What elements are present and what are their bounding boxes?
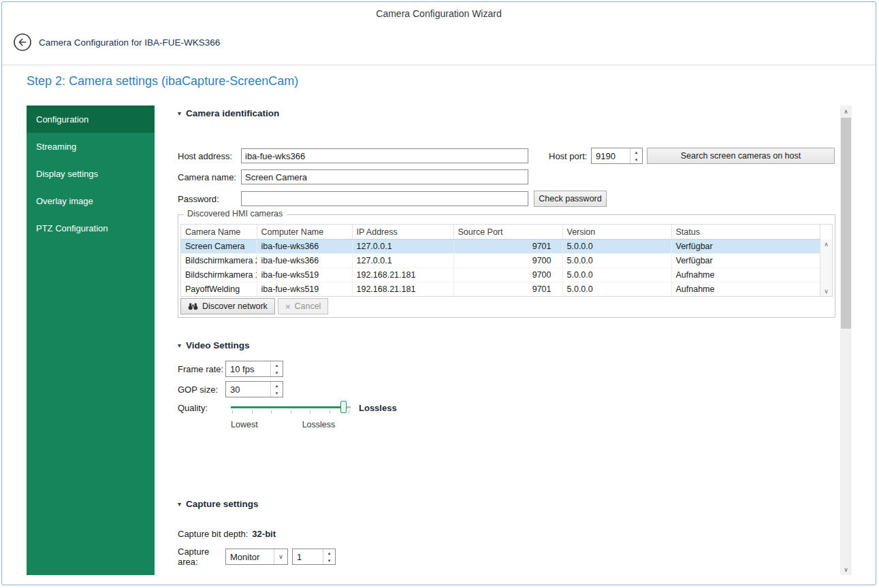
spinner-up-icon[interactable]: ▴	[271, 361, 283, 369]
cell-status: Aufnahme	[671, 282, 820, 297]
gop-size-row: GOP size: 30 ▴ ▾	[178, 381, 283, 397]
breadcrumb: Camera Configuration for IBA-FUE-WKS366	[39, 37, 220, 48]
section-header-video-settings[interactable]: ▾ Video Settings	[178, 340, 250, 350]
table-row[interactable]: Bildschirmkamera 2 iba-fue-wks366 127.0.…	[181, 254, 820, 268]
cell-ip-address: 127.0.0.1	[352, 240, 453, 254]
column-header-version[interactable]: Version	[562, 225, 671, 240]
column-header-source-port[interactable]: Source Port	[453, 225, 562, 240]
section-header-camera-identification[interactable]: ▾ Camera identification	[178, 108, 279, 118]
sidebar-item-label: Configuration	[36, 114, 89, 125]
column-header-status[interactable]: Status	[671, 225, 820, 240]
groupbox-legend: Discovered HMI cameras	[184, 209, 286, 218]
discovered-cameras-table-wrap: Camera Name Computer Name IP Address Sou…	[180, 224, 833, 297]
cell-status: Verfügbar	[671, 240, 820, 254]
search-screen-cameras-button[interactable]: Search screen cameras on host	[647, 148, 835, 164]
window-title: Camera Configuration Wizard	[376, 8, 501, 19]
sidebar-item-streaming[interactable]: Streaming	[27, 133, 155, 160]
cell-ip-address: 192.168.21.181	[352, 268, 453, 282]
dropdown-icon: ∨	[274, 549, 287, 564]
monitor-number-spinner[interactable]: 1 ▴ ▾	[292, 549, 336, 565]
spinner-down-icon[interactable]: ▾	[630, 156, 642, 163]
cell-source-port: 9700	[453, 254, 562, 268]
navigation-row: Camera Configuration for IBA-FUE-WKS366	[13, 33, 220, 52]
spinner-up-icon[interactable]: ▴	[271, 382, 283, 389]
gop-size-spinner[interactable]: 30 ▴ ▾	[225, 381, 283, 397]
cell-source-port: 9701	[453, 240, 562, 254]
discovered-cameras-groupbox: Discovered HMI cameras Camera Name Compu…	[178, 214, 835, 318]
quality-max-label: Lossless	[298, 420, 340, 429]
section-title: Capture settings	[186, 499, 259, 509]
scroll-up-icon[interactable]: ∧	[820, 240, 832, 249]
scroll-down-icon[interactable]: ∨	[840, 564, 852, 575]
bit-depth-value: 32-bit	[252, 529, 276, 539]
collapse-icon[interactable]: ▾	[178, 500, 181, 508]
header-divider	[2, 65, 876, 65]
capture-area-label: Capture area:	[178, 546, 225, 567]
quality-min-label: Lowest	[231, 420, 258, 429]
cell-camera-name: Bildschirmkamera 2	[181, 254, 257, 268]
scroll-up-icon[interactable]: ∧	[840, 105, 852, 117]
frame-rate-spinner[interactable]: 10 fps ▴ ▾	[225, 361, 283, 377]
frame-rate-label: Frame rate:	[178, 364, 225, 374]
spinner-down-icon[interactable]: ▾	[271, 389, 283, 397]
column-header-ip-address[interactable]: IP Address	[352, 225, 453, 240]
sidebar-item-label: Display settings	[36, 169, 98, 179]
cell-version: 5.0.0.0	[562, 268, 671, 282]
table-row[interactable]: Bildschirmkamera 1 iba-fue-wks519 192.16…	[181, 268, 820, 282]
sidebar-item-overlay-image[interactable]: Overlay image	[27, 187, 155, 214]
spinner-down-icon[interactable]: ▾	[323, 557, 335, 564]
column-header-camera-name[interactable]: Camera Name	[181, 225, 257, 240]
capture-area-select[interactable]: Monitor ∨	[225, 549, 288, 565]
cell-computer-name: iba-fue-wks366	[257, 254, 352, 268]
cell-computer-name: iba-fue-wks366	[257, 240, 352, 254]
quality-label: Quality:	[178, 403, 231, 413]
frame-rate-row: Frame rate: 10 fps ▴ ▾	[178, 361, 283, 377]
cell-source-port: 9700	[453, 268, 562, 282]
back-button[interactable]	[13, 33, 32, 52]
cell-ip-address: 192.168.21.181	[352, 282, 453, 297]
host-port-spinner[interactable]: 9190 ▴ ▾	[591, 148, 643, 164]
scroll-down-icon[interactable]: ∨	[820, 287, 832, 296]
section-title: Video Settings	[186, 340, 250, 350]
sidebar-item-ptz-configuration[interactable]: PTZ Configuration	[27, 214, 155, 242]
table-row[interactable]: PayoffWelding iba-fue-wks519 192.168.21.…	[181, 282, 820, 297]
host-port-label: Host port:	[549, 151, 591, 161]
collapse-icon[interactable]: ▾	[178, 342, 181, 349]
column-header-computer-name[interactable]: Computer Name	[257, 225, 352, 240]
spinner-up-icon[interactable]: ▴	[630, 148, 642, 156]
cell-status: Verfügbar	[671, 254, 820, 268]
cell-version: 5.0.0.0	[562, 240, 671, 254]
password-row: Password: Check password	[178, 191, 607, 207]
spinner-down-icon[interactable]: ▾	[271, 369, 283, 376]
gop-size-label: GOP size:	[178, 385, 225, 395]
spinner-up-icon[interactable]: ▴	[323, 549, 335, 557]
cancel-button[interactable]: × Cancel	[278, 298, 329, 314]
camera-name-label: Camera name:	[178, 172, 241, 182]
password-input[interactable]	[241, 191, 528, 206]
table-scrollbar[interactable]: ∧ ∨	[820, 240, 832, 296]
quality-value: Lossless	[359, 403, 397, 413]
scrollbar-thumb[interactable]	[841, 118, 851, 329]
camera-name-input[interactable]	[241, 169, 528, 184]
quality-slider[interactable]	[231, 400, 351, 415]
capture-area-row: Capture area: Monitor ∨ 1 ▴ ▾	[178, 546, 336, 567]
cell-status: Aufnahme	[671, 268, 820, 282]
discover-network-button[interactable]: Discover network	[180, 298, 275, 314]
table-row[interactable]: Screen Camera iba-fue-wks366 127.0.0.1 9…	[181, 240, 820, 254]
collapse-icon[interactable]: ▾	[178, 110, 181, 117]
sidebar: Configuration Streaming Display settings…	[27, 105, 155, 575]
cell-camera-name: Bildschirmkamera 1	[181, 268, 257, 282]
main-scrollbar[interactable]: ∧ ∨	[840, 105, 852, 575]
sidebar-item-configuration[interactable]: Configuration	[27, 105, 155, 133]
check-password-button[interactable]: Check password	[534, 191, 607, 207]
section-header-capture-settings[interactable]: ▾ Capture settings	[178, 499, 259, 509]
sidebar-item-label: Streaming	[36, 142, 76, 152]
discovered-cameras-table: Camera Name Computer Name IP Address Sou…	[181, 225, 820, 297]
gop-size-value: 30	[226, 382, 270, 397]
camera-name-row: Camera name:	[178, 169, 528, 184]
table-header-row: Camera Name Computer Name IP Address Sou…	[181, 225, 820, 240]
cancel-label: Cancel	[294, 301, 321, 311]
cell-source-port: 9701	[453, 282, 562, 297]
host-address-input[interactable]	[241, 148, 528, 163]
sidebar-item-display-settings[interactable]: Display settings	[27, 160, 155, 187]
